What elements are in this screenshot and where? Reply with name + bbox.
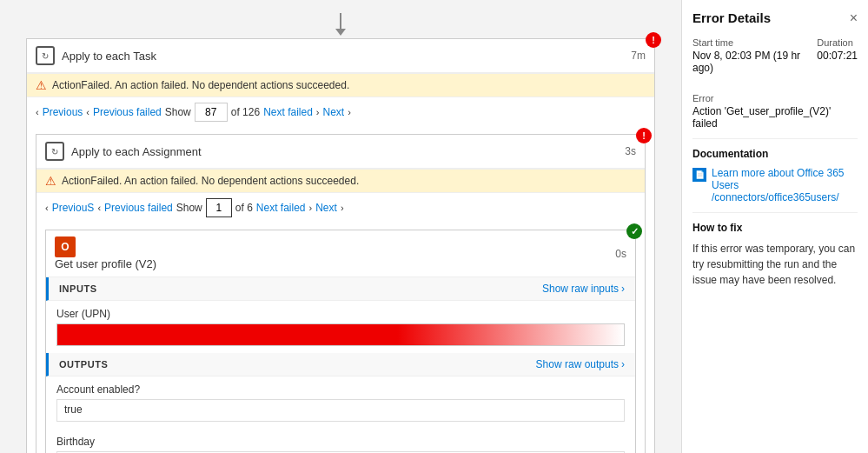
assignment-warning-bar: ⚠ ActionFailed. An action failed. No dep… bbox=[36, 169, 645, 192]
error-details-panel: Error Details × Start time Nov 8, 02:03 … bbox=[681, 0, 868, 453]
birthday-label: Birthday bbox=[56, 436, 625, 448]
panel-title: Error Details bbox=[692, 10, 771, 25]
next-failed-chevron-assignment: › bbox=[309, 203, 313, 213]
get-user-duration: 0s bbox=[615, 248, 626, 260]
task-block-title: Apply to each Task bbox=[62, 50, 156, 63]
of-label-assignment: of 6 bbox=[235, 202, 253, 214]
error-value: Action 'Get_user_profile_(V2)' failed bbox=[692, 105, 858, 130]
assignment-pagination-bar: ‹ PreviouS ‹ Previous failed Show of 6 N… bbox=[36, 192, 645, 223]
show-raw-inputs-link[interactable]: Show raw inputs › bbox=[542, 283, 625, 295]
inputs-header: INPUTS Show raw inputs › bbox=[46, 277, 635, 301]
meta-row: Start time Nov 8, 02:03 PM (19 hr ago) D… bbox=[692, 37, 858, 83]
prev-chevron-assignment: ‹ bbox=[45, 203, 49, 213]
how-to-fix-text: If this error was temporary, you can try… bbox=[692, 241, 858, 288]
next-chevron-task: › bbox=[348, 107, 351, 117]
prev-chevron-task: ‹ bbox=[36, 107, 39, 117]
error-badge-assignment: ! bbox=[636, 128, 652, 143]
apply-each-task-block: ! ↻ Apply to each Task 7m ⚠ ActionFailed… bbox=[26, 38, 655, 453]
show-raw-outputs-link[interactable]: Show raw outputs › bbox=[536, 358, 625, 370]
task-header-left: ↻ Apply to each Task bbox=[36, 46, 156, 65]
next-chevron-assignment: › bbox=[341, 203, 344, 213]
get-user-header: O Get user profile (V2) 0s bbox=[46, 230, 635, 277]
arrow-connector bbox=[0, 9, 681, 35]
start-time-detail: Start time Nov 8, 02:03 PM (19 hr ago) bbox=[692, 37, 803, 74]
task-block-header: ↻ Apply to each Task 7m bbox=[27, 39, 654, 73]
warning-icon-assignment: ⚠ bbox=[45, 174, 56, 188]
warning-icon-task: ⚠ bbox=[36, 78, 47, 92]
task-warning-bar: ⚠ ActionFailed. An action failed. No dep… bbox=[27, 73, 654, 97]
arrow-down-icon bbox=[340, 13, 341, 30]
prev-failed-chevron-assignment: ‹ bbox=[97, 203, 101, 213]
get-user-profile-block: ✓ O Get user profile (V2) 0s INPUTS Show… bbox=[45, 230, 636, 453]
next-failed-link-assignment[interactable]: Next failed bbox=[256, 202, 306, 214]
divider-2 bbox=[692, 212, 858, 213]
get-user-title: Get user profile (V2) bbox=[55, 257, 156, 270]
assignment-duration: 3s bbox=[625, 145, 636, 157]
assignment-error-message: ActionFailed. An action failed. No depen… bbox=[62, 175, 359, 187]
show-label-assignment: Show bbox=[176, 202, 202, 214]
account-enabled-label: Account enabled? bbox=[56, 383, 625, 396]
duration-detail: Duration 00:07:21 bbox=[817, 37, 858, 74]
next-failed-link-task[interactable]: Next failed bbox=[263, 106, 313, 118]
loop-icon-task: ↻ bbox=[36, 46, 55, 65]
outputs-label: OUTPUTS bbox=[59, 359, 108, 370]
show-label-task: Show bbox=[165, 106, 191, 118]
page-input-assignment[interactable] bbox=[206, 198, 232, 217]
error-badge-task: ! bbox=[646, 32, 661, 48]
of-label-task: of 126 bbox=[231, 106, 260, 118]
account-enabled-value: true bbox=[56, 399, 625, 422]
office365-icon: O bbox=[55, 236, 76, 257]
success-badge-getuser: ✓ bbox=[626, 223, 642, 239]
documentation-title: Documentation bbox=[692, 148, 858, 160]
close-panel-button[interactable]: × bbox=[850, 11, 858, 25]
doc-link[interactable]: 📄 Learn more about Office 365 Users /con… bbox=[692, 167, 858, 203]
page-input-task[interactable] bbox=[195, 103, 228, 122]
divider-1 bbox=[692, 138, 858, 139]
doc-link-text: Learn more about Office 365 Users /conne… bbox=[712, 167, 858, 203]
doc-icon: 📄 bbox=[692, 168, 706, 182]
duration-value: 00:07:21 bbox=[817, 50, 858, 62]
previous-link-assignment[interactable]: PreviouS bbox=[52, 202, 95, 214]
start-time-label: Start time bbox=[692, 37, 803, 48]
error-detail: Error Action 'Get_user_profile_(V2)' fai… bbox=[692, 93, 858, 130]
previous-link-task[interactable]: Previous bbox=[43, 106, 83, 118]
show-raw-outputs-chevron: › bbox=[621, 358, 625, 370]
task-pagination-bar: ‹ Previous ‹ Previous failed Show of 126… bbox=[27, 97, 654, 127]
how-to-fix-title: How to fix bbox=[692, 222, 858, 234]
panel-header: Error Details × bbox=[692, 10, 858, 25]
loop-icon-assignment: ↻ bbox=[45, 142, 64, 161]
duration-label: Duration bbox=[817, 37, 858, 48]
outputs-header: OUTPUTS Show raw outputs › bbox=[46, 353, 635, 376]
task-error-message: ActionFailed. An action failed. No depen… bbox=[52, 79, 349, 91]
assignment-header-left: ↻ Apply to each Assignment bbox=[45, 142, 202, 161]
left-panel: ! ↻ Apply to each Task 7m ⚠ ActionFailed… bbox=[0, 0, 681, 453]
inputs-section: INPUTS Show raw inputs › User (UPN) bbox=[46, 277, 635, 353]
show-raw-inputs-text: Show raw inputs bbox=[542, 283, 619, 295]
next-failed-chevron-task: › bbox=[316, 107, 320, 117]
assignment-block-title: Apply to each Assignment bbox=[71, 145, 202, 158]
show-raw-outputs-text: Show raw outputs bbox=[536, 358, 619, 370]
user-upn-label: User (UPN) bbox=[56, 308, 625, 320]
user-upn-field: User (UPN) bbox=[46, 301, 635, 353]
assignment-block-header: ↻ Apply to each Assignment 3s bbox=[36, 135, 645, 169]
next-link-assignment[interactable]: Next bbox=[315, 202, 337, 214]
account-enabled-field: Account enabled? true bbox=[46, 376, 635, 429]
inputs-label: INPUTS bbox=[59, 283, 97, 294]
show-raw-inputs-chevron: › bbox=[621, 283, 625, 295]
next-link-task[interactable]: Next bbox=[323, 106, 345, 118]
start-time-value: Nov 8, 02:03 PM (19 hr ago) bbox=[692, 50, 803, 74]
task-duration: 7m bbox=[631, 50, 646, 62]
get-user-header-left: O Get user profile (V2) bbox=[55, 236, 156, 270]
previous-failed-link-assignment[interactable]: Previous failed bbox=[104, 202, 173, 214]
previous-failed-link-task[interactable]: Previous failed bbox=[93, 106, 162, 118]
user-upn-value bbox=[56, 323, 625, 346]
error-label: Error bbox=[692, 93, 858, 103]
outputs-section: OUTPUTS Show raw outputs › Account enabl… bbox=[46, 353, 635, 453]
apply-each-assignment-block: ! ↻ Apply to each Assignment 3s ⚠ Action… bbox=[36, 134, 646, 453]
prev-failed-chevron-task: ‹ bbox=[86, 107, 89, 117]
birthday-field: Birthday 0001-01-01T00:00:00Z bbox=[46, 429, 635, 453]
